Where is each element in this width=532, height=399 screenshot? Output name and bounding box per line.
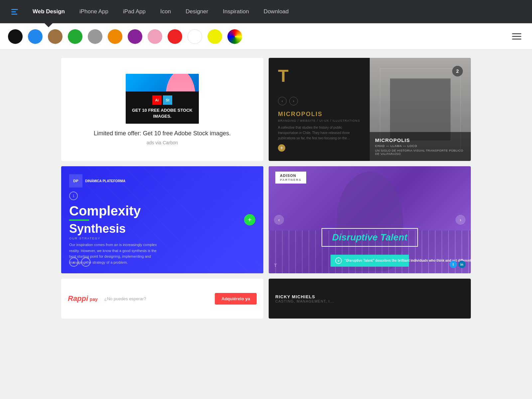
rappi-logo-area: Rappi pay	[68, 294, 98, 303]
complexity-strategy-label: OUR STRATEGY	[69, 237, 255, 240]
color-filter-bar	[0, 23, 532, 50]
color-white[interactable]	[188, 29, 202, 44]
ad-sub: ads via Carbon	[147, 140, 178, 145]
complexity-desc: Our inspiration comes from an is increas…	[69, 242, 162, 265]
adison-title: Disruptive Talent	[332, 232, 407, 242]
nav-item-web-design[interactable]: Web Design	[25, 0, 72, 23]
adison-t-symbol: T	[274, 263, 277, 268]
ad-cta-text: GET 10 FREE ADOBE STOCK IMAGES.	[131, 107, 194, 119]
color-black[interactable]	[8, 29, 23, 44]
complexity-content: DP DINÁMICA PLATEFORMA 1 Complexity Synt…	[69, 174, 255, 265]
color-blue[interactable]	[28, 29, 43, 44]
micropolis-title: MICROPOLIS	[278, 111, 360, 118]
logo[interactable]	[8, 5, 21, 18]
micropolis-card[interactable]: T ‹ › MICROPOLIS BRANDING / WEBSITE / UI…	[269, 58, 471, 161]
ricky-name: RICKY MICHIELS	[275, 294, 334, 299]
nav-item-icon[interactable]: Icon	[153, 0, 178, 23]
color-red[interactable]	[168, 29, 182, 44]
color-brown[interactable]	[48, 29, 63, 44]
nav-links: Web Design iPhone App iPad App Icon Desi…	[25, 0, 296, 23]
hamburger-line-1	[512, 33, 521, 34]
micropolis-overlay-desc: UN SIGLO DE HISTORIA VISUAL TRANSPORTE P…	[375, 149, 466, 156]
micropolis-desc: A collective that studies the history of…	[278, 125, 360, 141]
color-dots	[8, 29, 242, 44]
micropolis-next-btn[interactable]: ›	[289, 97, 298, 105]
micropolis-right-panel: 2 MICROPOLIS CHAD — LLAMA — LOCO UN SIGL…	[370, 58, 471, 161]
ad-card[interactable]: Ai St GET 10 FREE ADOBE STOCK IMAGES. Li…	[61, 58, 263, 161]
ad-image: Ai St GET 10 FREE ADOBE STOCK IMAGES.	[126, 74, 199, 124]
complexity-step-circle: 1	[69, 192, 78, 200]
logo-icon	[8, 5, 21, 18]
nav-item-download[interactable]: Download	[256, 0, 296, 23]
adison-popup-text: "Disruptive Talent" describes the brilli…	[344, 258, 404, 263]
micropolis-nav: ‹ ›	[278, 97, 360, 105]
hamburger-line-3	[512, 39, 521, 40]
rappi-card[interactable]: Rappi pay ¿No puedes esperar? Adquiérelo…	[61, 279, 263, 319]
nav-item-inspiration[interactable]: Inspiration	[215, 0, 256, 23]
complexity-title2: Synthesis	[69, 223, 255, 235]
micropolis-prev-btn[interactable]: ‹	[278, 97, 287, 105]
complexity-title1: Complexity	[69, 204, 255, 217]
adison-prev-btn[interactable]: ‹	[274, 215, 284, 225]
ad-title: Limited time offer: Get 10 free Adobe St…	[94, 129, 231, 138]
nav-item-ipad-app[interactable]: iPad App	[116, 0, 153, 23]
adobe-st-icon: St	[163, 95, 172, 105]
color-yellow[interactable]	[207, 29, 222, 44]
color-pink[interactable]	[148, 29, 162, 44]
color-green[interactable]	[68, 29, 82, 44]
complexity-circle-indicator: 1	[69, 192, 78, 200]
nav-item-designer[interactable]: Designer	[178, 0, 215, 23]
micropolis-left-panel: T ‹ › MICROPOLIS BRANDING / WEBSITE / UI…	[269, 58, 370, 161]
adison-card[interactable]: ADISONPARTNERS ‹ › Disruptive Talent + "…	[269, 166, 471, 273]
ricky-info: RICKY MICHIELS CASTING, MANAGEMENT, I...	[275, 294, 334, 303]
svg-rect-2	[11, 11, 16, 12]
adison-header: ADISONPARTNERS	[275, 172, 306, 184]
micropolis-plus-btn[interactable]: +	[278, 144, 285, 152]
micropolis-subtitle: BRANDING / WEBSITE / UI-UX / ILLUSTRATIO…	[278, 119, 360, 122]
complexity-dp-icon: DP	[69, 174, 82, 188]
micropolis-overlay-title: MICROPOLIS	[375, 137, 466, 143]
color-purple[interactable]	[128, 29, 142, 44]
rappi-pay-text: pay	[90, 297, 98, 302]
color-orange[interactable]	[108, 29, 122, 44]
adobe-ai-icon: Ai	[152, 95, 162, 105]
adison-next-btn[interactable]: ›	[456, 215, 466, 225]
rappi-question-text: ¿No puedes esperar?	[104, 296, 208, 301]
micropolis-overlay: MICROPOLIS CHAD — LLAMA — LOCO UN SIGLO …	[370, 132, 471, 161]
rappi-logo-text: Rappi	[68, 294, 88, 303]
adison-popup-plus-icon: +	[335, 257, 342, 264]
hamburger-menu[interactable]	[509, 31, 524, 42]
svg-rect-1	[11, 9, 18, 10]
micropolis-overlay-sub: CHAD — LLAMA — LOCO	[375, 144, 466, 148]
navbar: Web Design iPhone App iPad App Icon Desi…	[0, 0, 532, 23]
adison-logo-text: ADISONPARTNERS	[280, 174, 302, 182]
adison-title-box: Disruptive Talent	[322, 228, 418, 247]
adison-navigation: ‹ ›	[274, 215, 466, 225]
adison-linkedin-btn[interactable]: in	[458, 261, 466, 268]
svg-rect-3	[11, 14, 17, 15]
hamburger-line-2	[512, 36, 521, 37]
adison-logo-box: ADISONPARTNERS	[275, 172, 306, 184]
complexity-logo: DP DINÁMICA PLATEFORMA	[69, 174, 255, 188]
adison-twitter-btn[interactable]: t	[450, 261, 457, 268]
main-content: Ai St GET 10 FREE ADOBE STOCK IMAGES. Li…	[53, 50, 479, 327]
complexity-underline	[69, 219, 89, 221]
color-gray[interactable]	[88, 29, 102, 44]
rappi-cta-button[interactable]: Adquiérelo ya	[215, 293, 257, 305]
nav-item-iphone-app[interactable]: iPhone App	[72, 0, 116, 23]
micropolis-badge: 2	[452, 66, 463, 76]
adison-social-links: t in	[450, 261, 466, 268]
color-gradient[interactable]	[227, 29, 242, 44]
complexity-logo-text: DINÁMICA PLATEFORMA	[85, 179, 125, 183]
complexity-card[interactable]: DP DINÁMICA PLATEFORMA 1 Complexity Synt…	[61, 166, 263, 273]
ricky-card[interactable]: RICKY MICHIELS CASTING, MANAGEMENT, I...	[269, 279, 471, 319]
adison-popup: + "Disruptive Talent" describes the bril…	[331, 255, 409, 267]
ricky-sub: CASTING, MANAGEMENT, I...	[275, 299, 334, 303]
micropolis-t-letter: T	[278, 67, 360, 84]
